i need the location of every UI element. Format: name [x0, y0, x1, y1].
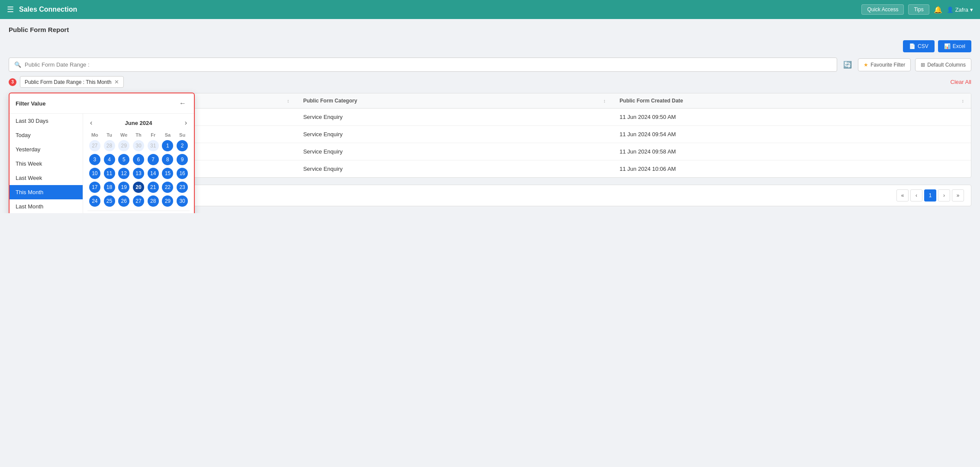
cal-day-31o[interactable]: 31 — [148, 140, 159, 151]
cal-day-21[interactable]: 21 — [148, 182, 159, 193]
cal-row-5: 24 25 26 27 28 29 30 — [87, 194, 190, 208]
filter-option-thismonth[interactable]: This Month — [10, 185, 83, 199]
default-columns-button[interactable]: ⊞ Default Columns — [915, 58, 971, 71]
page-1-button[interactable]: 1 — [924, 189, 936, 202]
col-header-date: Public Form Created Date ↕ — [612, 93, 971, 109]
filter-chip[interactable]: Public Form Date Range : This Month ✕ — [20, 76, 124, 88]
user-name: Zafra — [955, 6, 968, 13]
cal-day-19[interactable]: 19 — [118, 182, 129, 193]
csv-icon: 📄 — [909, 43, 916, 49]
cell-date-4: 11 Jun 2024 10:06 AM — [612, 160, 971, 178]
filter-dropdown-body: Last 30 Days Today Yesterday This Week L… — [10, 114, 194, 213]
cal-day-29[interactable]: 29 — [162, 195, 173, 207]
cal-day-3[interactable]: 3 — [89, 154, 100, 165]
filter-chip-label: Public Form Date Range : This Month — [25, 79, 112, 85]
cal-row-1: 27 28 29 30 31 1 2 — [87, 139, 190, 153]
cal-day-17[interactable]: 17 — [89, 182, 100, 193]
cell-category-3: Service Enquiry — [296, 143, 612, 160]
cal-day-16[interactable]: 16 — [177, 168, 188, 179]
cal-header-fr: Fr — [146, 131, 161, 139]
cal-day-4[interactable]: 4 — [104, 154, 115, 165]
cal-day-10[interactable]: 10 — [89, 168, 100, 179]
cal-day-22[interactable]: 22 — [162, 182, 173, 193]
cal-day-27[interactable]: 27 — [133, 195, 144, 207]
cal-day-12[interactable]: 12 — [118, 168, 129, 179]
col-header-category: Public Form Category ↕ — [296, 93, 612, 109]
cal-day-30[interactable]: 30 — [177, 195, 188, 207]
filter-option-last30[interactable]: Last 30 Days — [10, 114, 83, 128]
columns-icon: ⊞ — [921, 62, 925, 68]
cal-day-1[interactable]: 1 — [162, 140, 173, 151]
cal-day-5[interactable]: 5 — [118, 154, 129, 165]
clear-all-button[interactable]: Clear All — [951, 79, 971, 85]
cal-day-13[interactable]: 13 — [133, 168, 144, 179]
cal-day-18[interactable]: 18 — [104, 182, 115, 193]
cal-row-3: 10 11 12 13 14 15 16 — [87, 166, 190, 180]
header-left: ☰ Sales Connection — [7, 5, 77, 14]
toolbar: 📄 CSV 📊 Excel — [9, 40, 971, 52]
cal-header-su: Su — [175, 131, 190, 139]
cal-day-27o[interactable]: 27 — [89, 140, 100, 151]
sort-status-icon[interactable]: ↕ — [287, 98, 290, 103]
header-right: Quick Access Tips 🔔 👤 Zafra ▾ — [861, 4, 973, 15]
filter-option-lastmonth[interactable]: Last Month — [10, 199, 83, 213]
cal-header-tu: Tu — [102, 131, 117, 139]
cal-day-9[interactable]: 9 — [177, 154, 188, 165]
page-next-button[interactable]: › — [938, 189, 950, 202]
search-input[interactable] — [25, 61, 832, 68]
filter-option-thisweek[interactable]: This Week — [10, 157, 83, 171]
user-menu[interactable]: 👤 Zafra ▾ — [947, 6, 973, 13]
cal-day-29o[interactable]: 29 — [118, 140, 129, 151]
cal-row-2: 3 4 5 6 7 8 9 — [87, 153, 190, 166]
cal-day-28o[interactable]: 28 — [104, 140, 115, 151]
tips-button[interactable]: Tips — [908, 4, 929, 15]
default-columns-label: Default Columns — [927, 62, 966, 68]
cal-day-23[interactable]: 23 — [177, 182, 188, 193]
page-first-button[interactable]: « — [896, 189, 909, 202]
cal-day-6[interactable]: 6 — [133, 154, 144, 165]
sort-category-icon[interactable]: ↕ — [603, 98, 606, 103]
cal-day-30o[interactable]: 30 — [133, 140, 144, 151]
bell-icon[interactable]: 🔔 — [934, 6, 942, 14]
col-category-label: Public Form Category — [303, 98, 357, 104]
page-last-button[interactable]: » — [952, 189, 964, 202]
cal-day-14[interactable]: 14 — [148, 168, 159, 179]
cal-day-28[interactable]: 28 — [148, 195, 159, 207]
cell-date-1: 11 Jun 2024 09:50 AM — [612, 109, 971, 126]
filter-option-yesterday[interactable]: Yesterday — [10, 142, 83, 157]
page-title: Public Form Report — [9, 26, 971, 33]
csv-button[interactable]: 📄 CSV — [903, 40, 935, 52]
cal-day-15[interactable]: 15 — [162, 168, 173, 179]
cell-category-2: Service Enquiry — [296, 126, 612, 143]
cell-date-2: 11 Jun 2024 09:54 AM — [612, 126, 971, 143]
cal-month-label: June 2024 — [125, 120, 152, 126]
filter-dropdown-header: Filter Value ← — [10, 93, 194, 114]
cal-prev-button[interactable]: ‹ — [87, 118, 95, 128]
cal-day-2[interactable]: 2 — [177, 140, 188, 151]
search-bar: 🔍 — [9, 58, 837, 72]
pagination-controls: « ‹ 1 › » — [896, 189, 964, 202]
cal-day-26[interactable]: 26 — [118, 195, 129, 207]
app-title: Sales Connection — [19, 6, 77, 13]
cal-day-7[interactable]: 7 — [148, 154, 159, 165]
user-avatar-icon: 👤 — [947, 6, 954, 13]
hamburger-icon[interactable]: ☰ — [7, 5, 14, 14]
quick-access-button[interactable]: Quick Access — [861, 4, 904, 15]
cal-day-11[interactable]: 11 — [104, 168, 115, 179]
filter-option-lastweek[interactable]: Last Week — [10, 171, 83, 185]
cal-next-button[interactable]: › — [182, 118, 190, 128]
search-bar-row: 🔍 🔄 ★ Favourite Filter ⊞ Default Columns — [9, 58, 971, 72]
sort-date-icon[interactable]: ↕ — [962, 98, 964, 103]
cal-day-8[interactable]: 8 — [162, 154, 173, 165]
cal-day-20-today[interactable]: 20 — [133, 182, 144, 193]
refresh-button[interactable]: 🔄 — [841, 59, 854, 70]
filter-option-today[interactable]: Today — [10, 128, 83, 142]
excel-button[interactable]: 📊 Excel — [938, 40, 971, 52]
favourite-filter-button[interactable]: ★ Favourite Filter — [858, 58, 911, 71]
filter-chip-close[interactable]: ✕ — [114, 79, 119, 85]
cal-day-25[interactable]: 25 — [104, 195, 115, 207]
page-prev-button[interactable]: ‹ — [910, 189, 922, 202]
filter-back-button[interactable]: ← — [177, 98, 188, 109]
cal-day-24[interactable]: 24 — [89, 195, 100, 207]
chevron-down-icon: ▾ — [970, 6, 973, 13]
